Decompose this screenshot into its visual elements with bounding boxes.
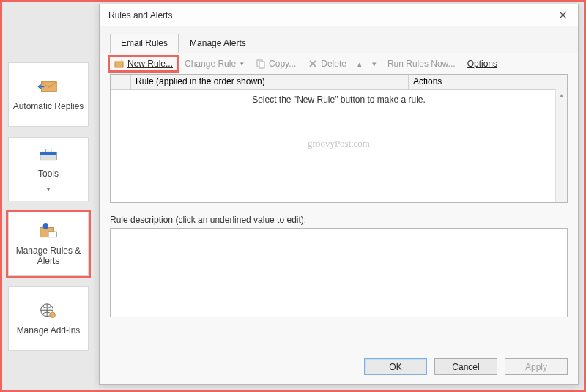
run-rules-now-button[interactable]: Run Rules Now... <box>383 57 460 70</box>
chevron-down-icon: ▾ <box>47 186 50 193</box>
button-label: Options <box>467 59 497 69</box>
options-button[interactable]: Options <box>463 57 502 70</box>
move-up-button[interactable]: ▴ <box>354 58 366 70</box>
delete-button[interactable]: Delete <box>303 57 351 70</box>
tab-manage-alerts[interactable]: Manage Alerts <box>179 34 257 53</box>
nav-label: Manage Rules & Alerts <box>10 245 86 267</box>
rules-grid: Rule (applied in the order shown) Action… <box>110 74 568 203</box>
scroll-up-icon: ▴ <box>560 91 563 99</box>
nav-manage-addins[interactable]: Manage Add-ins <box>8 286 89 351</box>
delete-x-icon <box>308 59 318 69</box>
dialog-title: Rules and Alerts <box>108 10 172 21</box>
grid-empty-message: Select the "New Rule" button to make a r… <box>252 95 426 105</box>
nav-tools[interactable]: Tools ▾ <box>8 137 89 201</box>
ok-button[interactable]: OK <box>364 358 427 375</box>
cancel-button[interactable]: Cancel <box>434 358 497 375</box>
button-label: Change Rule <box>185 59 236 69</box>
rule-description-box <box>110 228 568 317</box>
apply-button[interactable]: Apply <box>505 358 568 375</box>
move-down-button[interactable]: ▾ <box>368 58 380 70</box>
scrollbar[interactable]: ▴ <box>555 89 567 202</box>
svg-rect-2 <box>40 152 57 155</box>
svg-point-5 <box>43 223 49 229</box>
watermark-text: groovyPost.com <box>111 138 567 149</box>
dialog-footer: OK Cancel Apply <box>100 351 578 384</box>
grid-header-rule[interactable]: Rule (applied in the order shown) <box>131 75 409 89</box>
copy-button[interactable]: Copy... <box>251 57 300 70</box>
copy-icon <box>256 59 266 69</box>
tab-bar: Email Rules Manage Alerts <box>100 26 578 53</box>
chevron-up-icon: ▴ <box>357 59 362 69</box>
button-label: New Rule... <box>127 59 173 69</box>
grid-body: Select the "New Rule" button to make a r… <box>111 90 567 202</box>
tab-email-rules[interactable]: Email Rules <box>110 34 179 53</box>
nav-label: Tools <box>38 169 59 179</box>
button-label: Run Rules Now... <box>387 59 456 69</box>
grid-header-actions[interactable]: Actions <box>409 75 555 89</box>
svg-rect-11 <box>259 62 264 68</box>
globe-gear-icon <box>37 302 59 321</box>
button-label: Delete <box>321 59 346 69</box>
rules-folder-icon <box>37 222 59 241</box>
chevron-down-icon: ▾ <box>372 59 377 69</box>
close-icon <box>559 10 567 21</box>
nav-automatic-replies[interactable]: Automatic Replies <box>8 62 89 127</box>
grid-header-scroll-stub <box>555 75 567 89</box>
new-rule-button[interactable]: New Rule... <box>110 57 177 70</box>
envelope-reply-icon <box>37 78 59 97</box>
chevron-down-icon: ▾ <box>240 60 244 67</box>
nav-manage-rules-alerts[interactable]: Manage Rules & Alerts <box>8 212 89 276</box>
rules-and-alerts-dialog: Rules and Alerts Email Rules Manage Aler… <box>99 4 579 385</box>
toolbox-icon <box>37 145 59 164</box>
toolbar: New Rule... Change Rule▾ Copy... Delete … <box>100 53 578 74</box>
grid-header-checkbox-col[interactable] <box>111 75 131 89</box>
svg-rect-3 <box>45 149 51 152</box>
close-button[interactable] <box>552 7 574 24</box>
title-bar: Rules and Alerts <box>100 4 578 26</box>
change-rule-button[interactable]: Change Rule▾ <box>180 57 248 70</box>
svg-point-8 <box>50 312 56 318</box>
rule-description-label: Rule description (click an underlined va… <box>110 215 568 225</box>
nav-label: Manage Add-ins <box>17 325 81 336</box>
button-label: Copy... <box>269 59 296 69</box>
svg-rect-6 <box>48 232 56 237</box>
folder-sparkle-icon <box>114 59 125 69</box>
grid-header: Rule (applied in the order shown) Action… <box>111 75 567 90</box>
nav-label: Automatic Replies <box>13 101 84 111</box>
